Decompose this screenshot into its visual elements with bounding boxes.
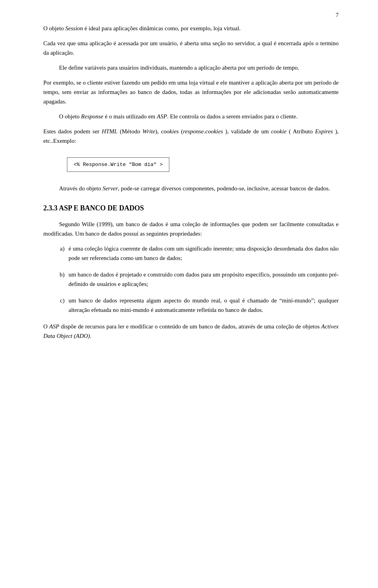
asp-italic-final: ASP: [49, 323, 59, 330]
paragraph-6: Estes dados podem ser HTML (Método Write…: [43, 127, 339, 146]
section-title: ASP E BANCO DE DADOS: [59, 204, 144, 212]
response-cookies-italic: response.cookies: [183, 128, 223, 135]
list-item-c: c) um banco de dados representa algum as…: [51, 296, 339, 315]
write-italic: Write: [143, 128, 156, 135]
server-italic: Server: [102, 185, 118, 192]
list-item-b: b) um banco de dados é projetado e const…: [51, 270, 339, 289]
list-content-c: um banco de dados representa algum aspec…: [69, 296, 339, 315]
list-label-b: b): [51, 270, 69, 289]
list-content-b: um banco de dados é projetado e construí…: [69, 270, 339, 289]
list-label-a: a): [51, 244, 69, 263]
code-block: <% Response.Write "Bom dia" >: [67, 157, 169, 172]
code-wrapper: <% Response.Write "Bom dia" >: [67, 151, 339, 178]
ado-italic: Activex Data Object (ADO): [43, 323, 339, 339]
cookies-italic: cookies: [161, 128, 179, 135]
final-paragraph: O ASP dispõe de recursos para ler e modi…: [43, 322, 339, 341]
paragraph-1: O objeto Session é ideal para aplicações…: [43, 24, 339, 33]
list-item-a: a) é uma coleção lógica coerente de dado…: [51, 244, 339, 263]
expires-italic: Expires: [315, 128, 333, 135]
section-heading: 2.3.3 ASP E BANCO DE DADOS: [43, 204, 339, 212]
list-container: a) é uma coleção lógica coerente de dado…: [51, 244, 339, 315]
html-italic: HTML: [102, 128, 117, 135]
page: 7 O objeto Session é ideal para aplicaçõ…: [0, 0, 378, 588]
list-content-a: é uma coleção lógica coerente de dados c…: [69, 244, 339, 263]
paragraph-5: O objeto Response é o mais utilizado em …: [43, 112, 339, 121]
paragraph-7: Através do objeto Server, pode-se carreg…: [43, 184, 339, 193]
list-label-c: c): [51, 296, 69, 315]
paragraph-4: Por exemplo, se o cliente estiver fazend…: [43, 78, 339, 106]
session-italic: Session: [65, 25, 83, 31]
response-italic: Response: [81, 113, 104, 120]
section-number: 2.3.3: [43, 204, 57, 212]
asp-italic-1: ASP: [157, 113, 167, 120]
paragraph-2: Cada vez que uma aplicação é acessada po…: [43, 39, 339, 57]
cookie-italic: cookie: [271, 128, 286, 135]
page-number: 7: [336, 12, 339, 18]
code-text: <% Response.Write "Bom dia" >: [74, 162, 163, 168]
section-paragraph-1: Segundo Wille (1999), um banco de dados …: [43, 219, 339, 238]
paragraph-3: Ele define variáveis para usuários indiv…: [43, 63, 339, 72]
